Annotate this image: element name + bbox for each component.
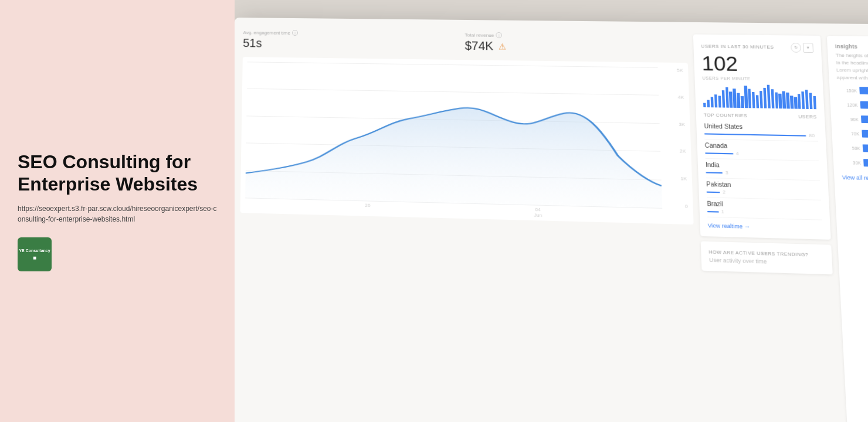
- country-bar: [707, 210, 718, 212]
- mini-bar: [711, 97, 714, 108]
- hbar-fill: [862, 130, 868, 138]
- right-panel-desc: The heights of type text size In the hea…: [835, 52, 868, 83]
- hbar-row: 70K: [839, 130, 868, 139]
- mini-bar: [790, 96, 794, 109]
- hbar-label: 150K: [838, 88, 857, 93]
- mini-bar: [725, 87, 729, 108]
- country-bar: [705, 152, 733, 154]
- mini-bar: [748, 89, 751, 108]
- hbar-fill: [863, 144, 868, 152]
- country-bar: [706, 172, 723, 173]
- realtime-controls: ↻ ▾: [791, 43, 813, 53]
- revenue-metric: Total revenue i $74K ⚠: [464, 32, 687, 55]
- realtime-more-btn[interactable]: ▾: [803, 43, 813, 53]
- country-row: Pakistan 2: [706, 178, 821, 200]
- mini-bar: [729, 91, 733, 108]
- y-label-3k: 3K: [679, 121, 685, 127]
- info-icon-2: i: [496, 32, 502, 38]
- page-title: SEO Consulting for Enterprise Websites: [18, 151, 217, 196]
- mini-bar: [707, 100, 710, 108]
- warning-icon: ⚠: [498, 42, 506, 52]
- country-row: Brazil 1: [707, 198, 822, 220]
- trending-subtitle: User activity over time: [709, 257, 825, 267]
- page-url: https://seoexpert.s3.fr-par.scw.cloud/hi…: [18, 203, 217, 224]
- countries-list: United States 80 Canada 4 India 3 Pakist…: [704, 120, 822, 220]
- mini-bar: [794, 97, 798, 108]
- right-panel-title: Insights: [835, 43, 868, 50]
- users-per-minute-chart: [703, 84, 816, 109]
- hbar-track: [863, 144, 868, 153]
- hbar-fill: [859, 87, 868, 95]
- left-panel: SEO Consulting for Enterprise Websites h…: [0, 0, 235, 422]
- country-row: India 3: [706, 159, 820, 181]
- mini-bar: [763, 88, 767, 108]
- engagement-metric: Avg. engagement time i 51s: [243, 29, 457, 53]
- engagement-value: 51s: [243, 36, 457, 53]
- screenshot-container: Avg. engagement time i 51s Total revenue…: [235, 0, 868, 422]
- hbar-row: 30K: [841, 158, 868, 168]
- mini-bar: [718, 96, 721, 107]
- country-bar-row: 1: [707, 209, 822, 217]
- country-row: Canada 4: [704, 139, 819, 161]
- mini-bar: [756, 95, 760, 108]
- mini-bar: [809, 93, 812, 109]
- mini-bar: [721, 90, 725, 108]
- hbar-label: 50K: [840, 145, 860, 150]
- hbar-row: 50K: [840, 144, 868, 154]
- logo-icon: ■: [33, 254, 36, 261]
- mini-bar: [703, 103, 706, 107]
- realtime-refresh-btn[interactable]: ↻: [791, 43, 801, 53]
- y-label-2k: 2K: [680, 148, 686, 154]
- country-value: 3: [725, 170, 728, 176]
- main-chart-column: Avg. engagement time i 51s Total revenue…: [236, 29, 702, 422]
- mini-bar: [798, 94, 801, 109]
- mini-bar: [778, 94, 782, 108]
- mini-bar: [733, 89, 737, 108]
- line-chart-svg: [245, 62, 662, 209]
- mini-bar: [767, 85, 771, 108]
- hbar-row: 120K: [838, 101, 868, 110]
- country-bar: [704, 133, 806, 136]
- mini-bar: [786, 93, 789, 109]
- view-all-link[interactable]: View all reports: [842, 174, 868, 182]
- y-label-4k: 4K: [678, 94, 684, 100]
- realtime-title: USERS IN LAST 30 MINUTES: [701, 43, 774, 50]
- hbar-fill: [861, 115, 868, 124]
- hbar-track: [860, 101, 868, 110]
- hbar-label: 90K: [839, 117, 859, 121]
- mini-bar: [737, 93, 740, 108]
- mini-bar: [760, 91, 763, 108]
- mini-bar: [752, 92, 755, 108]
- country-name: United States: [704, 122, 818, 131]
- horizontal-bar-chart: 150K 120K 90K 70K 50K 30K: [838, 87, 868, 171]
- y-axis: 5K 4K 3K 2K 1K 0: [677, 67, 688, 209]
- mini-bar: [805, 90, 809, 109]
- hbar-track: [863, 159, 868, 168]
- country-bar-row: 3: [706, 169, 820, 178]
- hbar-label: 30K: [841, 160, 861, 165]
- country-bar-row: 80: [704, 131, 818, 138]
- x-label-26: 26: [365, 202, 370, 213]
- hbar-track: [862, 130, 868, 139]
- hbar-fill: [863, 159, 868, 166]
- revenue-value: $74K: [464, 39, 493, 53]
- mini-bar: [771, 89, 774, 108]
- realtime-widget: USERS IN LAST 30 MINUTES ↻ ▾ 102 USERS P…: [693, 35, 843, 422]
- line-chart-container: 5K 4K 3K 2K 1K 0: [240, 57, 693, 224]
- dashboard-inner: Avg. engagement time i 51s Total revenue…: [235, 18, 868, 422]
- x-label-04jun: 04Jun: [534, 207, 542, 219]
- country-bar-row: 4: [705, 150, 819, 158]
- realtime-subtitle: USERS PER MINUTE: [702, 76, 815, 81]
- hbar-track: [861, 115, 868, 124]
- mini-bar: [744, 86, 748, 108]
- top-countries-header: TOP COUNTRIES USERS: [704, 112, 817, 120]
- hbar-row: 150K: [838, 87, 868, 96]
- country-value: 2: [723, 189, 725, 195]
- hbar-fill: [860, 101, 868, 110]
- view-realtime-link[interactable]: View realtime →: [708, 222, 823, 232]
- info-icon: i: [292, 30, 298, 36]
- hbar-label: 70K: [840, 131, 860, 136]
- mini-bar: [714, 94, 718, 108]
- mini-bar: [741, 96, 744, 108]
- chart-area-fill: [245, 104, 662, 209]
